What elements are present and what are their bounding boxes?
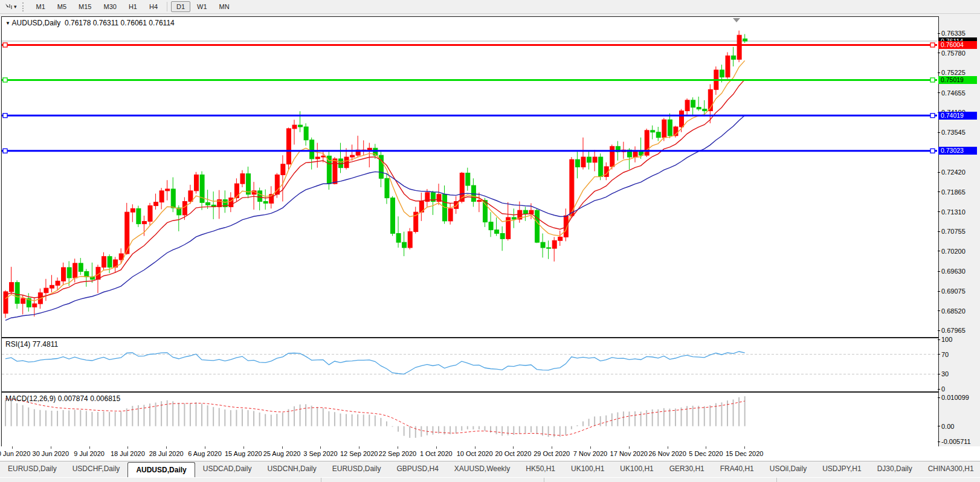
- tab-usoil-daily[interactable]: USOil,Daily: [762, 461, 814, 478]
- tab-uk100-h1[interactable]: UK100,H1: [612, 461, 661, 478]
- tab-eurusd-daily[interactable]: EURUSD,Daily: [324, 461, 389, 478]
- macd-histogram-bar: [57, 411, 58, 426]
- rsi-axis-label: 30: [941, 370, 949, 378]
- macd-histogram-bar: [427, 426, 428, 435]
- date-axis-tick: [436, 446, 437, 449]
- date-axis-tick: [513, 446, 514, 449]
- price-axis-label: 0.67965: [941, 327, 965, 334]
- main-chart-canvas[interactable]: [2, 17, 937, 336]
- candle-body: [142, 221, 146, 223]
- status-separator: [321, 478, 321, 482]
- rsi-axis-label: 0: [941, 385, 945, 393]
- candle-body: [102, 257, 106, 268]
- candle-body: [15, 283, 19, 304]
- date-axis-tick: [398, 446, 398, 449]
- price-badge-support-level-green: 0.75019: [938, 76, 977, 84]
- tab-xauusd-weekly[interactable]: XAUUSD,Weekly: [446, 461, 518, 478]
- hline-handle[interactable]: [3, 114, 7, 118]
- timeframe-button-mn[interactable]: MN: [214, 1, 235, 12]
- candle-body: [535, 210, 540, 242]
- macd-histogram-bar: [537, 426, 538, 434]
- tab-eurusd-daily[interactable]: EURUSD,Daily: [0, 461, 65, 478]
- timeframe-button-m15[interactable]: M15: [73, 1, 97, 12]
- timeframe-button-m30[interactable]: M30: [98, 1, 122, 12]
- tab-china300-h1[interactable]: CHINA300,H1: [920, 461, 980, 478]
- hline-handle[interactable]: [930, 149, 935, 153]
- timeframe-button-h4[interactable]: H4: [144, 1, 163, 12]
- hline-handle[interactable]: [930, 114, 935, 118]
- hline-handle[interactable]: [3, 78, 7, 82]
- candle-body: [385, 178, 389, 198]
- hline-handle[interactable]: [3, 43, 7, 47]
- macd-histogram-bar: [652, 410, 653, 426]
- macd-histogram-bar: [51, 411, 52, 426]
- macd-axis-label: 0.00: [941, 423, 954, 430]
- tab-usdcnh-daily[interactable]: USDCNH,Daily: [259, 461, 324, 478]
- timeframe-button-m5[interactable]: M5: [52, 1, 72, 12]
- tab-dj30-daily[interactable]: DJ30,Daily: [869, 461, 920, 478]
- macd-histogram-bar: [276, 414, 277, 426]
- macd-indicator-panel[interactable]: MACD(12,26,9) 0.007874 0.006815: [1, 392, 939, 448]
- macd-histogram-bar: [640, 412, 642, 426]
- date-axis-tick: [590, 446, 591, 449]
- timeframe-button-h1[interactable]: H1: [123, 1, 143, 12]
- date-axis[interactable]: 20 Jun 202030 Jun 20209 Jul 202018 Jul 2…: [0, 446, 980, 461]
- timeframe-button-m1[interactable]: M1: [31, 1, 51, 12]
- candle-body: [229, 198, 233, 207]
- ohlc-open-value: 0.76178: [65, 19, 91, 27]
- chart-cursor-icon-button[interactable]: ▾: [2, 2, 19, 11]
- candle-body: [166, 189, 170, 191]
- candle-body: [160, 191, 164, 202]
- hline-handle[interactable]: [930, 43, 935, 47]
- tab-usdcad-daily[interactable]: USDCAD,Daily: [195, 461, 260, 478]
- price-badge-support-level-blue-2: 0.73023: [938, 147, 977, 155]
- tab-audusd-daily[interactable]: AUDUSD,Daily: [127, 462, 195, 478]
- collapse-triangle-icon[interactable]: ▼: [5, 21, 10, 26]
- macd-canvas[interactable]: [2, 393, 937, 446]
- hline-handle[interactable]: [3, 149, 7, 153]
- tab-usdchf-daily[interactable]: USDCHF,Daily: [65, 461, 128, 478]
- macd-histogram-bar: [190, 403, 191, 426]
- macd-histogram-bar: [519, 426, 520, 434]
- timeframe-button-w1[interactable]: W1: [192, 1, 213, 12]
- macd-histogram-bar: [323, 408, 324, 426]
- macd-histogram-bar: [97, 412, 98, 426]
- macd-histogram-bar: [663, 408, 665, 426]
- tab-usdjpy-h1[interactable]: USDJPY,H1: [814, 461, 869, 478]
- macd-histogram-bar: [230, 410, 231, 426]
- rsi-label: RSI(14) 77.4811: [5, 340, 58, 349]
- timeframe-button-d1[interactable]: D1: [171, 1, 190, 12]
- dropdown-caret-icon[interactable]: ▾: [14, 4, 17, 10]
- macd-histogram-bar: [248, 410, 249, 426]
- tab-uk100-h1[interactable]: UK100,H1: [563, 461, 612, 478]
- candle-body: [599, 157, 603, 176]
- macd-histogram-bar: [675, 408, 676, 426]
- price-axis-label: 0.69075: [941, 288, 965, 295]
- date-axis-tick: [359, 446, 359, 449]
- price-axis-label: 0.70755: [941, 228, 965, 235]
- macd-histogram-bar: [565, 426, 566, 435]
- hline-handle[interactable]: [930, 78, 935, 82]
- rsi-canvas[interactable]: [2, 338, 937, 390]
- macd-histogram-bar: [646, 410, 647, 426]
- price-badge-current-price: 0.76114: [938, 37, 977, 45]
- macd-histogram-bar: [576, 425, 578, 426]
- tab-hk50-h1[interactable]: HK50,H1: [518, 461, 563, 478]
- tab-fra40-h1[interactable]: FRA40,H1: [712, 461, 762, 478]
- macd-histogram-bar: [692, 406, 694, 426]
- macd-histogram-bar: [300, 405, 301, 426]
- candle-body: [79, 263, 83, 272]
- macd-histogram-bar: [68, 410, 69, 426]
- toolbar-grip-handle[interactable]: [22, 2, 26, 11]
- candle-body: [466, 173, 470, 185]
- tab-gbpusd-h4[interactable]: GBPUSD,H4: [388, 461, 446, 478]
- rsi-indicator-panel[interactable]: RSI(14) 77.4811: [1, 338, 939, 392]
- candle-body: [685, 100, 689, 111]
- main-chart-panel[interactable]: ▼ AUDUSD,Daily 0.76178 0.76311 0.76061 0…: [1, 16, 939, 338]
- tab-ger30-h1[interactable]: GER30,H1: [662, 461, 712, 478]
- candle-body: [633, 151, 637, 157]
- macd-histogram-bar: [207, 405, 208, 426]
- toolbar-separator: [167, 2, 167, 11]
- macd-label: MACD(12,26,9) 0.007874 0.006815: [5, 394, 120, 403]
- chart-shift-marker-icon[interactable]: [733, 18, 740, 22]
